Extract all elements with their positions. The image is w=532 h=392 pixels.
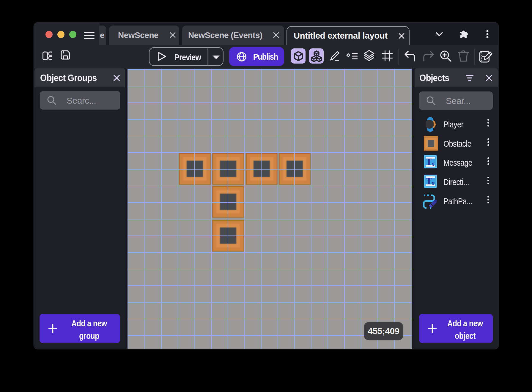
svg-text:x: x [432,180,435,186]
svg-text:x: x [432,161,435,167]
